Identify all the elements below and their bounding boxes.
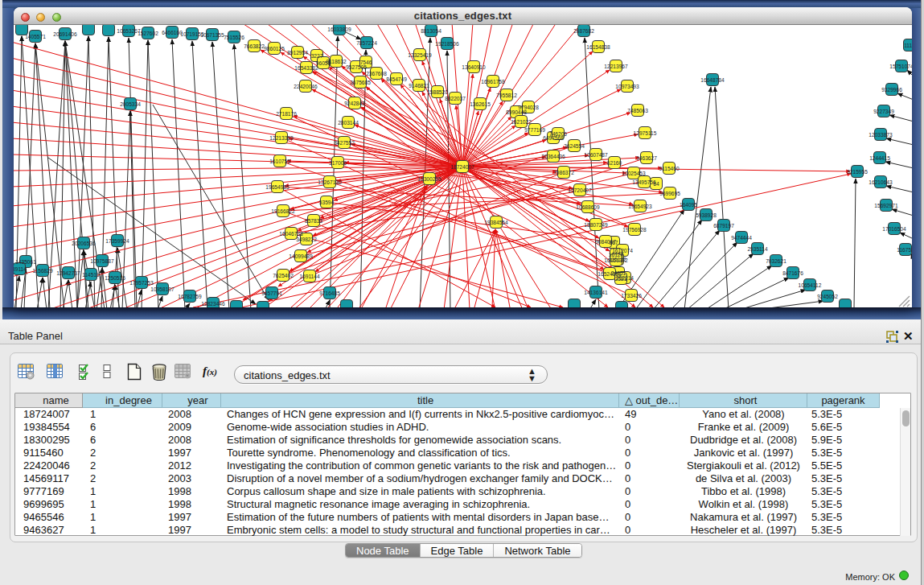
svg-text:19166822: 19166822 [271, 208, 295, 214]
svg-text:1250515: 1250515 [105, 275, 125, 281]
svg-text:116753: 116753 [897, 247, 912, 253]
svg-text:16120: 16120 [609, 252, 624, 257]
svg-text:15692971: 15692971 [874, 203, 898, 208]
svg-text:1244415: 1244415 [869, 155, 890, 161]
svg-text:9227349: 9227349 [873, 109, 894, 114]
svg-text:5938928: 5938928 [696, 212, 717, 218]
svg-text:9527505: 9527505 [346, 64, 367, 70]
svg-text:17957253: 17957253 [129, 280, 154, 286]
svg-text:9329966: 9329966 [881, 87, 902, 93]
svg-text:13325419: 13325419 [408, 52, 432, 58]
svg-text:1610755: 1610755 [269, 159, 290, 164]
svg-text:12942737: 12942737 [56, 270, 80, 276]
svg-text:18724007: 18724007 [450, 164, 474, 170]
svg-text:12823446: 12823446 [201, 301, 225, 307]
svg-text:13640910: 13640910 [462, 64, 486, 70]
svg-text:1112: 1112 [904, 43, 912, 48]
svg-text:317006: 317006 [329, 160, 347, 166]
svg-text:164095: 164095 [680, 202, 697, 208]
svg-text:8990448: 8990448 [506, 109, 527, 115]
svg-text:1362615: 1362615 [470, 101, 491, 107]
svg-text:7625402: 7625402 [273, 273, 294, 278]
svg-text:17359924: 17359924 [105, 238, 129, 244]
svg-text:1691144: 1691144 [299, 274, 320, 279]
svg-text:14136141: 14136141 [584, 290, 608, 295]
svg-text:7546: 7546 [360, 60, 372, 65]
svg-text:7986372: 7986372 [553, 170, 574, 175]
svg-text:1621022: 1621022 [511, 119, 532, 125]
svg-text:10671355: 10671355 [200, 32, 224, 38]
svg-text:19654985: 19654985 [265, 184, 290, 190]
svg-text:14099489: 14099489 [289, 253, 313, 259]
svg-text:16961758: 16961758 [481, 79, 505, 84]
svg-text:1156829: 1156829 [32, 268, 53, 274]
svg-text:10607487: 10607487 [584, 152, 608, 158]
svg-text:16151372: 16151372 [604, 257, 628, 263]
svg-text:1527602: 1527602 [138, 31, 158, 36]
svg-text:7032621: 7032621 [766, 258, 786, 264]
svg-text:10654112: 10654112 [799, 282, 822, 288]
svg-text:64: 64 [653, 181, 659, 187]
svg-text:9146821: 9146821 [409, 83, 429, 89]
svg-text:9242848: 9242848 [344, 101, 365, 106]
svg-text:857833: 857833 [305, 218, 322, 224]
svg-text:10025453: 10025453 [622, 171, 646, 176]
svg-text:9716485: 9716485 [319, 290, 340, 296]
svg-text:13267130: 13267130 [318, 179, 342, 185]
svg-text:3427552: 3427552 [334, 140, 355, 146]
svg-text:16648784: 16648784 [700, 77, 725, 83]
svg-text:114519: 114519 [82, 272, 100, 278]
svg-text:9860125: 9860125 [264, 46, 285, 51]
svg-text:10975887: 10975887 [90, 258, 114, 264]
svg-text:8454749: 8454749 [386, 76, 407, 82]
svg-text:10973493: 10973493 [615, 84, 639, 89]
svg-text:9115460: 9115460 [659, 166, 680, 171]
svg-text:3498222: 3498222 [296, 237, 317, 242]
svg-text:18807249: 18807249 [584, 222, 608, 228]
svg-text:9463627: 9463627 [636, 155, 657, 161]
svg-text:15751074: 15751074 [889, 64, 912, 69]
svg-text:1733426: 1733426 [621, 293, 642, 299]
svg-text:8813054: 8813054 [421, 28, 441, 34]
svg-text:1435061: 1435061 [15, 259, 36, 265]
svg-text:20364436: 20364436 [541, 154, 565, 159]
svg-text:7955812: 7955812 [496, 93, 517, 98]
svg-text:8322037: 8322037 [445, 96, 466, 101]
svg-text:22420046: 22420046 [294, 84, 318, 89]
svg-text:18300295: 18300295 [417, 176, 441, 182]
svg-text:16046738: 16046738 [279, 231, 303, 237]
svg-text:9084067: 9084067 [595, 239, 616, 245]
svg-text:12033873: 12033873 [869, 132, 893, 138]
svg-text:19384554: 19384554 [484, 220, 508, 225]
svg-text:12213389: 12213389 [269, 135, 294, 141]
svg-text:3227: 3227 [311, 53, 323, 59]
svg-text:2803144: 2803144 [338, 120, 359, 126]
svg-text:1588520: 1588520 [427, 89, 448, 95]
svg-text:2521: 2521 [615, 276, 627, 282]
svg-text:8471676: 8471676 [782, 270, 803, 276]
svg-text:8215955: 8215955 [847, 169, 868, 175]
svg-text:17016504: 17016504 [882, 226, 906, 232]
svg-text:20691406: 20691406 [53, 31, 77, 37]
svg-text:2718176: 2718176 [276, 111, 297, 117]
svg-text:6879197: 6879197 [713, 223, 734, 229]
svg-text:16543382: 16543382 [294, 65, 318, 71]
svg-text:2005334: 2005334 [120, 101, 141, 107]
svg-text:15720407: 15720407 [568, 187, 592, 193]
svg-text:12975115: 12975115 [634, 130, 657, 136]
svg-text:10688609: 10688609 [576, 204, 600, 210]
svg-text:20206536: 20206536 [72, 241, 96, 246]
svg-text:12213967: 12213967 [604, 64, 628, 69]
svg-text:1405571: 1405571 [25, 34, 46, 39]
svg-text:3675685: 3675685 [350, 80, 371, 85]
svg-text:8118632: 8118632 [326, 59, 347, 64]
svg-text:39114: 39114 [14, 266, 27, 272]
svg-text:16033809: 16033809 [327, 27, 351, 32]
svg-text:6466160: 6466160 [162, 30, 183, 35]
svg-text:7663822: 7663822 [244, 43, 265, 49]
svg-text:16210643: 16210643 [869, 179, 893, 185]
svg-text:9457791: 9457791 [261, 290, 282, 296]
svg-text:19218506: 19218506 [435, 41, 459, 47]
svg-text:2687682: 2687682 [573, 28, 594, 34]
svg-text:9245052: 9245052 [817, 294, 838, 299]
